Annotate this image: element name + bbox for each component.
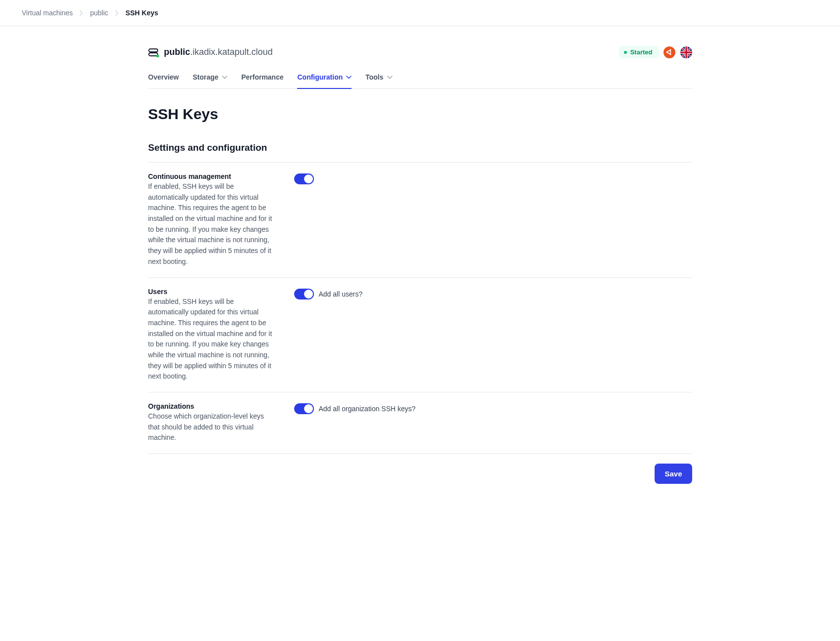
toggle-add-all-org-keys[interactable] xyxy=(294,403,314,414)
setting-description: If enabled, SSH keys will be automatical… xyxy=(148,181,274,267)
actions-bar: Save xyxy=(148,454,692,484)
page-title: SSH Keys xyxy=(148,106,692,123)
svg-rect-0 xyxy=(149,49,158,52)
setting-continuous-management: Continuous management If enabled, SSH ke… xyxy=(148,163,692,278)
tab-performance[interactable]: Performance xyxy=(241,69,284,89)
breadcrumb-item-current: SSH Keys xyxy=(126,9,158,17)
setting-description: Choose which organization-level keys tha… xyxy=(148,411,274,443)
save-button[interactable]: Save xyxy=(655,464,692,484)
setting-users: Users If enabled, SSH keys will be autom… xyxy=(148,278,692,393)
setting-organizations: Organizations Choose which organization-… xyxy=(148,392,692,454)
breadcrumb-item-public[interactable]: public xyxy=(90,9,108,17)
chevron-down-icon xyxy=(346,76,352,79)
chevron-down-icon xyxy=(222,76,227,79)
server-icon xyxy=(148,48,159,56)
svg-rect-1 xyxy=(149,53,158,56)
vm-hostname-domain: .ikadix.katapult.cloud xyxy=(190,47,273,57)
tab-configuration[interactable]: Configuration xyxy=(297,69,352,89)
toggle-label: Add all users? xyxy=(319,289,363,299)
chevron-right-icon xyxy=(80,10,83,16)
status-badge: Started xyxy=(619,46,659,58)
breadcrumb-item-vms[interactable]: Virtual machines xyxy=(22,9,73,17)
toggle-label: Add all organization SSH keys? xyxy=(319,403,416,414)
section-title: Settings and configuration xyxy=(148,142,692,163)
breadcrumb: Virtual machines public SSH Keys xyxy=(0,0,840,26)
tabs: Overview Storage Performance Configurati… xyxy=(148,69,692,89)
uk-flag-icon xyxy=(680,46,692,58)
svg-point-2 xyxy=(156,54,159,57)
toggle-add-all-users[interactable] xyxy=(294,289,314,299)
vm-header: public.ikadix.katapult.cloud Started xyxy=(148,46,692,58)
setting-label: Organizations xyxy=(148,402,274,410)
ubuntu-icon xyxy=(663,46,675,58)
tab-overview[interactable]: Overview xyxy=(148,69,179,89)
chevron-right-icon xyxy=(115,10,119,16)
vm-hostname-bold: public xyxy=(164,47,190,57)
setting-label: Users xyxy=(148,288,274,296)
tab-storage[interactable]: Storage xyxy=(193,69,227,89)
toggle-continuous-management[interactable] xyxy=(294,173,314,184)
status-dot-icon xyxy=(624,51,627,54)
setting-label: Continuous management xyxy=(148,172,274,180)
status-label: Started xyxy=(630,48,653,56)
tab-tools[interactable]: Tools xyxy=(365,69,392,89)
setting-description: If enabled, SSH keys will be automatical… xyxy=(148,297,274,383)
vm-hostname: public.ikadix.katapult.cloud xyxy=(164,47,273,57)
chevron-down-icon xyxy=(387,76,393,79)
